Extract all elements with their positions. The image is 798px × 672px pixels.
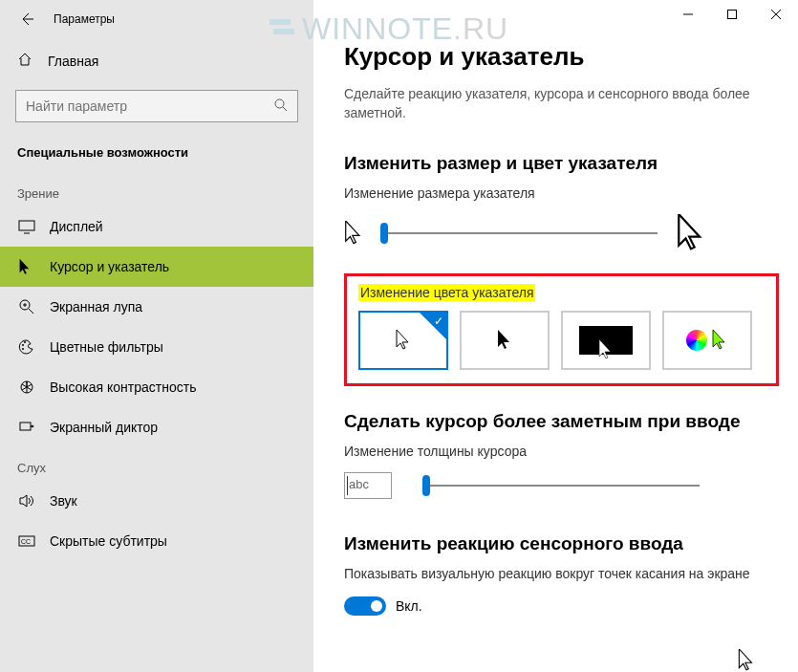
sidebar-item-label: Экранная лупа <box>50 299 142 314</box>
color-option-inverted[interactable] <box>561 311 651 370</box>
sidebar-item-label: Звук <box>50 493 77 509</box>
contrast-icon <box>17 379 36 396</box>
svg-line-1 <box>283 107 287 111</box>
external-cursor-icon <box>738 649 755 672</box>
sidebar-item-label: Дисплей <box>50 219 103 234</box>
touch-label: Показывать визуальную реакцию вокруг точ… <box>344 566 779 591</box>
slider-track <box>380 232 658 234</box>
home-icon <box>17 52 34 71</box>
sidebar-item-label: Курсор и указатель <box>50 259 169 274</box>
check-icon: ✓ <box>434 314 443 328</box>
page-title: Курсор и указатель <box>344 0 779 85</box>
svg-rect-19 <box>270 19 291 25</box>
svg-rect-2 <box>19 221 34 230</box>
text-cursor-heading: Сделать курсор более заметным при вводе <box>344 403 779 444</box>
slider-thumb[interactable] <box>380 223 388 244</box>
sidebar-item-label: Высокая контрастность <box>50 379 196 395</box>
svg-rect-20 <box>273 29 294 34</box>
pointer-size-slider[interactable] <box>380 224 658 243</box>
pointer-size-heading: Изменить размер и цвет указателя <box>344 145 779 185</box>
watermark-icon <box>268 15 296 44</box>
sidebar-item-cc[interactable]: CC Скрытые субтитры <box>0 521 313 561</box>
thickness-slider[interactable] <box>422 476 700 495</box>
cursor-icon <box>17 258 36 275</box>
svg-point-8 <box>22 344 24 346</box>
sidebar-item-display[interactable]: Дисплей <box>0 206 313 247</box>
text-caret <box>347 476 348 495</box>
pointer-size-label: Изменение размера указателя <box>344 185 779 210</box>
touch-heading: Изменить реакцию сенсорного ввода <box>344 526 779 566</box>
sidebar-item-magnifier[interactable]: Экранная лупа <box>0 287 313 327</box>
sidebar: Параметры Главная Специальные возможност… <box>0 0 313 672</box>
svg-point-0 <box>275 99 284 108</box>
white-cursor-icon <box>395 330 412 351</box>
sidebar-item-label: Цветные фильтры <box>50 339 163 355</box>
pointer-color-label: Изменение цвета указателя <box>358 284 535 301</box>
palette-icon <box>17 338 36 356</box>
titlebar: Параметры <box>0 0 313 42</box>
green-cursor-icon <box>711 330 728 351</box>
svg-point-10 <box>22 348 24 350</box>
touch-toggle[interactable] <box>344 596 386 616</box>
sidebar-item-audio[interactable]: Звук <box>0 481 313 521</box>
group-hearing: Слух <box>0 447 313 481</box>
pointer-color-section: Изменение цвета указателя ✓ <box>344 273 779 386</box>
svg-text:CC: CC <box>21 538 31 545</box>
thickness-label: Изменение толщины курсора <box>344 444 779 468</box>
color-option-white[interactable]: ✓ <box>358 311 448 370</box>
touch-toggle-row: Вкл. <box>344 591 779 621</box>
back-button[interactable] <box>15 8 38 31</box>
home-nav[interactable]: Главная <box>0 42 313 80</box>
color-option-black[interactable] <box>460 311 550 370</box>
display-icon <box>17 218 36 235</box>
search-box <box>15 90 298 122</box>
narrator-icon <box>17 419 36 436</box>
magnifier-icon <box>17 298 36 315</box>
color-option-custom[interactable] <box>662 311 752 370</box>
window-title: Параметры <box>54 12 115 26</box>
color-wheel-icon <box>686 330 707 351</box>
slider-track <box>422 485 700 487</box>
sidebar-item-label: Скрытые субтитры <box>50 533 167 549</box>
pointer-color-options: ✓ <box>358 311 765 370</box>
svg-point-9 <box>24 341 26 343</box>
sidebar-item-narrator[interactable]: Экранный диктор <box>0 407 313 447</box>
inverted-bg <box>579 326 633 355</box>
audio-icon <box>17 492 36 509</box>
svg-line-5 <box>29 309 33 314</box>
main-content: Курсор и указатель Сделайте реакцию указ… <box>313 0 798 672</box>
group-vision: Зрение <box>0 173 313 206</box>
search-icon <box>273 98 289 117</box>
sidebar-item-contrast[interactable]: Высокая контрастность <box>0 367 313 407</box>
thickness-preview: abc <box>344 472 392 499</box>
back-arrow-icon <box>19 11 34 27</box>
pointer-size-row <box>344 210 779 273</box>
black-cursor-icon <box>496 330 513 351</box>
sidebar-item-color-filters[interactable]: Цветные фильтры <box>0 327 313 367</box>
cc-icon: CC <box>17 532 36 550</box>
slider-thumb[interactable] <box>422 475 430 496</box>
sidebar-item-label: Экранный диктор <box>50 420 158 435</box>
small-cursor-icon <box>344 221 363 246</box>
inverted-cursor-icon <box>597 339 615 360</box>
toggle-knob <box>371 600 382 612</box>
home-label: Главная <box>48 54 98 69</box>
large-cursor-icon <box>675 214 707 252</box>
search-input[interactable] <box>15 90 298 122</box>
page-description: Сделайте реакцию указателя, курсора и се… <box>344 85 779 145</box>
thickness-row: abc <box>344 468 779 526</box>
toggle-state-label: Вкл. <box>396 598 422 614</box>
sidebar-item-cursor[interactable]: Курсор и указатель <box>0 247 313 287</box>
svg-rect-12 <box>20 423 31 430</box>
section-heading: Специальные возможности <box>0 140 313 173</box>
